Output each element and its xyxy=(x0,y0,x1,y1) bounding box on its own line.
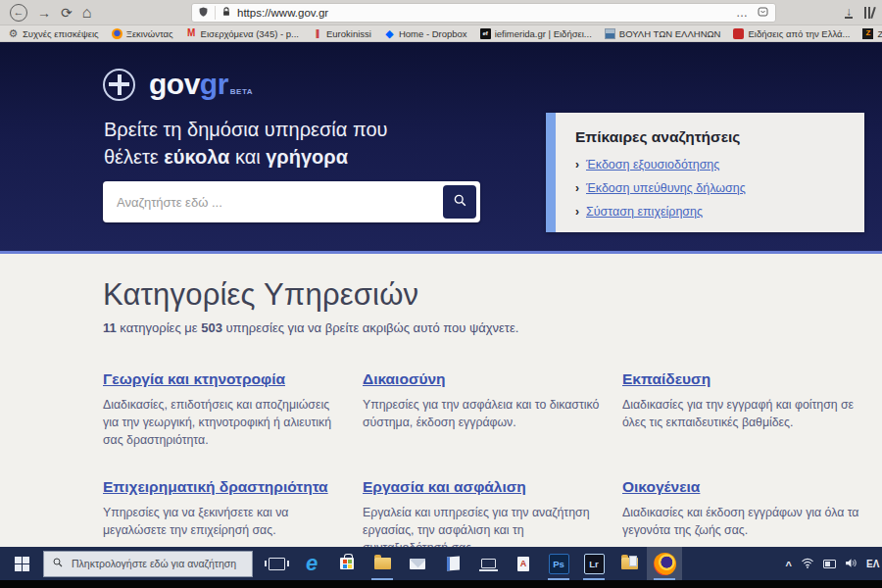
bookmark-label: Ειδήσεις από την Ελλά... xyxy=(748,28,850,39)
logo-beta-badge: BETA xyxy=(230,87,253,96)
document-app-button[interactable]: A xyxy=(506,547,541,580)
site-search xyxy=(103,181,480,222)
file-explorer-button[interactable] xyxy=(365,547,400,580)
notebook-icon xyxy=(447,557,460,571)
firefox-button[interactable] xyxy=(647,547,682,580)
link-arrow-icon: › xyxy=(575,158,579,172)
category-description: Διαδικασίες, επιδοτήσεις και αποζημιώσει… xyxy=(103,397,348,449)
category-description: Διαδικασίες και έκδοση εγγράφων για όλα … xyxy=(622,505,867,540)
bookmark-label: Eurokinissi xyxy=(326,28,371,39)
category-link[interactable]: Εργασία και ασφάλιση xyxy=(363,478,526,496)
logo-text: govgrBETA xyxy=(149,68,253,101)
folder-shortcut-button[interactable] xyxy=(612,547,647,580)
laptop-icon xyxy=(481,559,496,568)
edge-button[interactable]: e xyxy=(294,547,329,580)
edge-icon: e xyxy=(306,553,318,574)
url-text[interactable]: https://www.gov.gr xyxy=(237,7,736,19)
tray-chevron-up-icon[interactable]: ^ xyxy=(786,560,792,571)
taskbar-apps: e A Ps Lr xyxy=(259,547,682,580)
taskbar-search[interactable] xyxy=(43,551,253,577)
lightroom-button[interactable]: Lr xyxy=(576,547,612,580)
taskbar-search-input[interactable] xyxy=(72,558,244,569)
topical-link-label[interactable]: Έκδοση εξουσιοδότησης xyxy=(586,158,719,172)
topical-link[interactable]: › Έκδοση εξουσιοδότησης xyxy=(575,158,845,172)
category-grid: Γεωργία και κτηνοτροφία Διαδικασίες, επι… xyxy=(103,370,867,558)
bookmark-item[interactable]: MΕισερχόμενα (345) - p... xyxy=(186,28,299,39)
page-title: Κατηγορίες Υπηρεσιών xyxy=(103,277,882,313)
task-view-icon xyxy=(269,558,285,570)
bookmark-item[interactable]: ⚙Συχνές επισκέψεις xyxy=(8,28,99,39)
category-description: Υπηρεσίες για την ασφάλεια και το δικαστ… xyxy=(363,397,608,432)
firefox-icon xyxy=(654,553,676,575)
wifi-icon[interactable] xyxy=(801,555,814,572)
site-search-input[interactable] xyxy=(103,195,443,210)
bookmark-item[interactable]: ||Eurokinissi xyxy=(312,28,371,39)
bookmark-label: Εισερχόμενα (345) - p... xyxy=(201,28,299,39)
govgr-page: govgrBETA Βρείτε τη δημόσια υπηρεσία που… xyxy=(0,42,882,547)
bookmark-item[interactable]: ZZougla online xyxy=(862,28,882,39)
bookmark-label: Ξεκινώντας xyxy=(126,28,173,39)
library-icon[interactable] xyxy=(864,7,874,19)
bookmark-item[interactable]: ◆Home - Dropbox xyxy=(384,28,467,39)
pocket-icon[interactable] xyxy=(757,4,769,22)
language-indicator[interactable]: ΕΛ xyxy=(866,559,882,569)
gmail-icon: M xyxy=(186,28,197,39)
dropbox-icon: ◆ xyxy=(384,28,395,39)
topical-link[interactable]: › Σύσταση επιχείρησης xyxy=(575,205,845,219)
logo-gov: gov xyxy=(149,68,200,100)
mail-icon xyxy=(410,559,425,569)
store-button[interactable] xyxy=(329,547,365,580)
category-link[interactable]: Δικαιοσύνη xyxy=(363,370,446,388)
category-description: Υπηρεσίες για να ξεκινήσετε και να μεγαλ… xyxy=(103,505,348,540)
search-button[interactable] xyxy=(443,185,476,219)
notebook-app-button[interactable] xyxy=(435,547,470,580)
forward-icon[interactable]: → xyxy=(37,6,51,20)
mail-button[interactable] xyxy=(400,547,435,580)
home-icon[interactable]: ⌂ xyxy=(82,5,92,21)
page-actions-icon[interactable]: … xyxy=(736,6,749,20)
refresh-icon[interactable]: ⟳ xyxy=(61,6,73,20)
category-card: Εργασία και ασφάλιση Εργαλεία και υπηρεσ… xyxy=(363,478,608,557)
lock-icon xyxy=(221,4,231,22)
bookmarks-bar: ⚙Συχνές επισκέψειςΞεκινώνταςMΕισερχόμενα… xyxy=(0,25,882,42)
bookmark-item[interactable]: efiefimerida.gr | Ειδήσει... xyxy=(480,28,592,39)
url-bar[interactable]: https://www.gov.gr … xyxy=(191,3,776,23)
parliament-flag-icon xyxy=(605,28,615,39)
power-status-icon[interactable] xyxy=(823,560,836,568)
topical-link-label[interactable]: Σύσταση επιχείρησης xyxy=(586,205,703,219)
bookmark-item[interactable]: ΒΟΥΛΗ ΤΩΝ ΕΛΛΗΝΩΝ xyxy=(605,28,721,39)
shield-icon[interactable] xyxy=(198,4,209,22)
category-link[interactable]: Οικογένεια xyxy=(622,478,700,496)
task-view-button[interactable] xyxy=(259,547,294,580)
category-link[interactable]: Εκπαίδευση xyxy=(622,370,710,388)
topical-link-label[interactable]: Έκδοση υπεύθυνης δήλωσης xyxy=(586,181,746,195)
a-document-icon: A xyxy=(517,557,529,571)
logo-gr: gr xyxy=(200,68,228,100)
start-button[interactable] xyxy=(0,547,43,580)
category-link[interactable]: Επιχειρηματική δραστηριότητα xyxy=(103,478,328,496)
bookmark-label: Home - Dropbox xyxy=(399,28,467,39)
system-tray: ^ ΕΛ xyxy=(786,547,882,580)
topical-link[interactable]: › Έκδοση υπεύθυνης δήλωσης xyxy=(575,181,845,195)
speaker-icon[interactable] xyxy=(845,555,858,572)
downloads-icon[interactable]: ↓ xyxy=(845,7,853,19)
bookmark-item[interactable]: Ειδήσεις από την Ελλά... xyxy=(733,28,850,39)
urlbar-divider xyxy=(215,6,216,20)
govgr-logo[interactable]: govgrBETA xyxy=(103,68,253,101)
news-greece-icon xyxy=(733,28,744,39)
back-icon[interactable]: ← xyxy=(10,4,27,22)
photoshop-button[interactable]: Ps xyxy=(541,547,576,580)
computer-app-button[interactable] xyxy=(470,547,506,580)
category-link[interactable]: Γεωργία και κτηνοτροφία xyxy=(103,370,285,388)
windows-logo-icon xyxy=(15,557,29,571)
bookmark-item[interactable]: Ξεκινώντας xyxy=(112,28,173,39)
hero-heading: Βρείτε τη δημόσια υπηρεσία που θέλετε εύ… xyxy=(104,116,387,171)
topical-searches-panel: Επίκαιρες αναζητήσεις › Έκδοση εξουσιοδό… xyxy=(546,113,864,232)
hero-section: govgrBETA Βρείτε τη δημόσια υπηρεσία που… xyxy=(0,42,882,254)
windows-taskbar: e A Ps Lr ^ ΕΛ xyxy=(0,547,882,580)
store-icon xyxy=(340,558,354,569)
monitor-bezel xyxy=(0,580,882,588)
greek-emblem-icon xyxy=(103,69,135,101)
bookmark-label: iefimerida.gr | Ειδήσει... xyxy=(495,28,592,39)
category-card: Γεωργία και κτηνοτροφία Διαδικασίες, επι… xyxy=(103,370,348,449)
